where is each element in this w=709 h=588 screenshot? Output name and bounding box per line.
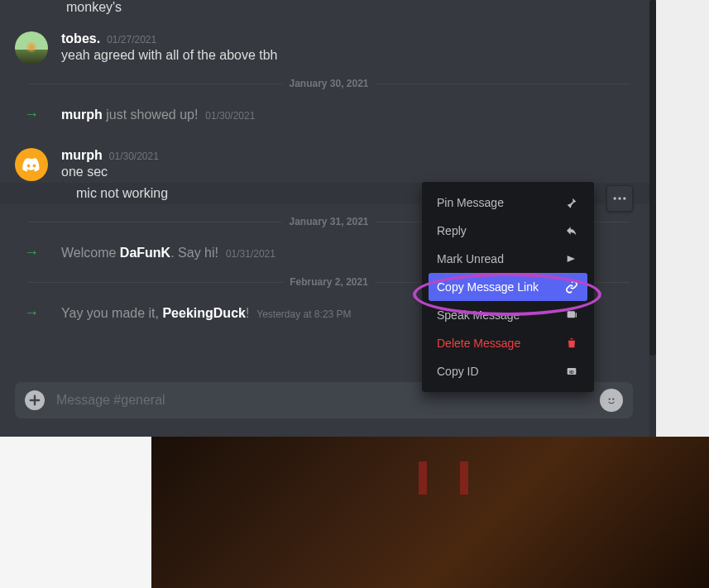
join-arrow-icon: →	[24, 106, 39, 123]
svg-point-1	[609, 398, 611, 399]
join-arrow-icon: →	[24, 304, 39, 322]
system-message: → murph just showed up! 01/30/2021	[15, 99, 643, 127]
bottom-background-image	[151, 437, 709, 588]
username[interactable]: tobes.	[61, 31, 100, 46]
timestamp: 01/30/2021	[205, 110, 255, 122]
avatar[interactable]	[15, 148, 48, 181]
svg-point-3	[614, 197, 616, 199]
more-actions-button[interactable]	[606, 185, 633, 212]
emoji-icon	[604, 393, 619, 408]
scrollbar-thumb[interactable]	[649, 0, 656, 356]
system-text: Welcome DaFunK. Say hi! 01/31/2021	[61, 246, 275, 261]
username[interactable]: murph	[61, 148, 103, 163]
pin-icon	[564, 195, 579, 210]
bottom-image-area	[0, 437, 709, 588]
date-label: January 30, 2021	[282, 78, 375, 89]
system-text: Yay you made it, PeekingDuck! Yesterday …	[61, 306, 352, 321]
svg-point-2	[612, 398, 614, 399]
date-divider: January 30, 2021	[28, 78, 630, 89]
date-label: February 2, 2021	[283, 276, 375, 288]
discord-logo-icon	[22, 155, 41, 174]
menu-speak-message[interactable]: Speak Message	[429, 301, 587, 329]
emoji-button[interactable]	[600, 389, 623, 412]
menu-copy-message-link[interactable]: Copy Message Link	[429, 273, 587, 301]
date-label: January 31, 2021	[282, 216, 375, 227]
context-menu: Pin Message Reply Mark Unread Copy Messa…	[422, 182, 594, 392]
timestamp: 01/31/2021	[226, 248, 275, 260]
timestamp: Yesterday at 8:23 PM	[256, 308, 351, 320]
menu-copy-id[interactable]: Copy ID ID	[429, 357, 587, 385]
right-margin	[656, 0, 709, 437]
svg-point-5	[623, 197, 625, 199]
scrollbar-track[interactable]	[649, 0, 656, 437]
more-icon	[611, 190, 628, 207]
speak-icon	[564, 308, 579, 323]
reply-icon	[564, 223, 579, 238]
attach-button[interactable]	[25, 390, 45, 410]
unread-icon	[564, 251, 579, 266]
svg-point-0	[606, 394, 618, 407]
svg-text:ID: ID	[569, 370, 573, 375]
menu-pin-message[interactable]: Pin Message	[429, 189, 587, 217]
menu-reply[interactable]: Reply	[429, 217, 587, 245]
message-text: yeah agreed with all of the above tbh	[61, 46, 643, 65]
system-text: murph just showed up! 01/30/2021	[61, 108, 255, 122]
chat-area: monkey's tobes. 01/27/2021 yeah agreed w…	[0, 0, 656, 437]
link-icon	[564, 280, 579, 294]
join-arrow-icon: →	[24, 244, 39, 261]
menu-delete-message[interactable]: Delete Message	[429, 329, 587, 357]
svg-point-4	[618, 197, 620, 199]
message: murph 01/30/2021 one sec	[15, 141, 643, 183]
message-input[interactable]	[56, 393, 593, 408]
timestamp: 01/27/2021	[107, 34, 156, 45]
trash-icon	[564, 336, 579, 351]
message-text: one sec	[61, 163, 643, 181]
message-text: mic not working	[76, 186, 168, 200]
plus-icon	[29, 394, 41, 406]
bottom-left-panel	[0, 437, 151, 588]
avatar[interactable]	[15, 31, 48, 65]
timestamp: 01/30/2021	[109, 151, 159, 162]
menu-mark-unread[interactable]: Mark Unread	[429, 245, 587, 273]
id-icon: ID	[564, 364, 579, 379]
svg-rect-6	[568, 311, 575, 318]
message-text: monkey's	[66, 0, 643, 15]
message: tobes. 01/27/2021 yeah agreed with all o…	[15, 25, 643, 66]
